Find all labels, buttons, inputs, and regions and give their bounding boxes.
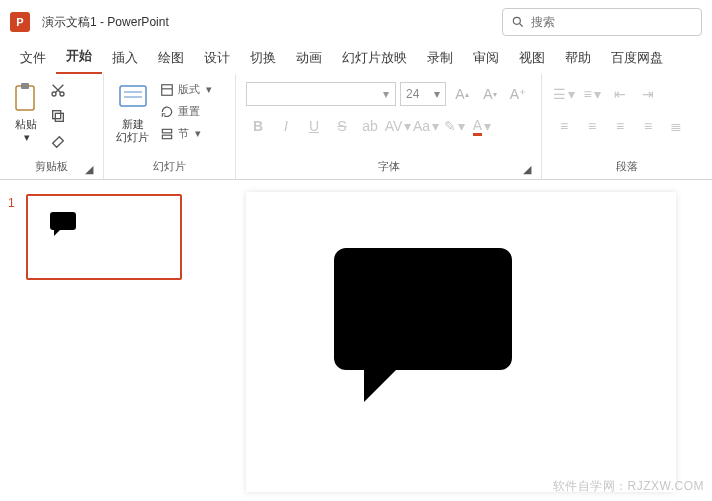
cut-button[interactable] [48,80,68,100]
ribbon: 粘贴▾ 剪贴板◢ 新建 幻灯片 版式▾ 重置 节▾ 幻灯片 [0,74,712,180]
bullets-button[interactable]: ☰▾ [552,82,576,106]
justify-button[interactable]: ≡ [636,114,660,138]
align-center-button[interactable]: ≡ [580,114,604,138]
font-name-combo[interactable]: ▾ [246,82,396,106]
group-font: ▾ 24▾ A▴ A▾ A⁺ B I U S ab AV▾ Aa▾ ✎▾ A▾ … [236,74,542,179]
tab-transition[interactable]: 切换 [240,44,286,74]
svg-rect-6 [55,113,63,121]
group-label-clipboard: 剪贴板◢ [8,157,95,177]
tab-draw[interactable]: 绘图 [148,44,194,74]
tab-slideshow[interactable]: 幻灯片放映 [332,44,417,74]
speech-bubble-shape[interactable] [334,248,512,370]
workspace: 1 [0,180,712,501]
distribute-icon: ≣ [670,118,682,134]
brush-icon [50,134,66,150]
font-size-combo[interactable]: 24▾ [400,82,446,106]
align-right-icon: ≡ [616,118,624,134]
tab-view[interactable]: 视图 [509,44,555,74]
align-right-button[interactable]: ≡ [608,114,632,138]
speech-bubble-tail [364,368,398,402]
align-left-icon: ≡ [560,118,568,134]
dialog-launcher-icon[interactable]: ◢ [83,163,95,175]
group-label-font: 字体◢ [244,157,533,177]
indent-icon: ⇥ [642,86,654,102]
increase-font-button[interactable]: A▴ [450,82,474,106]
new-slide-button[interactable]: 新建 幻灯片 [112,78,153,157]
strikethrough-button[interactable]: S [330,114,354,138]
svg-rect-3 [21,83,29,89]
bold-button[interactable]: B [246,114,270,138]
tab-baidu[interactable]: 百度网盘 [601,44,673,74]
clear-format-button[interactable]: A⁺ [506,82,530,106]
search-input[interactable] [531,15,693,29]
tab-insert[interactable]: 插入 [102,44,148,74]
titlebar: P 演示文稿1 - PowerPoint [0,0,712,44]
underline-button[interactable]: U [302,114,326,138]
layout-button[interactable]: 版式▾ [157,80,215,99]
svg-rect-7 [53,111,61,119]
chevron-down-icon: ▾ [24,131,30,143]
scissors-icon [50,82,66,98]
ribbon-tabs: 文件 开始 插入 绘图 设计 切换 动画 幻灯片放映 录制 审阅 视图 帮助 百… [0,44,712,74]
align-center-icon: ≡ [588,118,596,134]
layout-icon [160,83,174,97]
group-label-paragraph: 段落 [550,157,704,177]
search-icon [511,15,525,29]
group-paragraph: ☰▾ ≡▾ ⇤ ⇥ ≡ ≡ ≡ ≡ ≣ 段落 [542,74,712,179]
paste-button[interactable]: 粘贴▾ [8,78,44,157]
svg-rect-14 [162,135,171,139]
highlight-icon: ✎ [444,118,456,134]
italic-button[interactable]: I [274,114,298,138]
justify-icon: ≡ [644,118,652,134]
svg-rect-2 [16,86,34,110]
section-icon [160,127,174,141]
tab-home[interactable]: 开始 [56,42,102,74]
new-slide-label: 新建 幻灯片 [116,118,149,144]
tab-file[interactable]: 文件 [10,44,56,74]
indent-decrease-button[interactable]: ⇤ [608,82,632,106]
shadow-button[interactable]: ab [358,114,382,138]
tab-review[interactable]: 审阅 [463,44,509,74]
section-button[interactable]: 节▾ [157,124,215,143]
search-box[interactable] [502,8,702,36]
tab-record[interactable]: 录制 [417,44,463,74]
format-painter-button[interactable] [48,132,68,152]
copy-icon [50,108,66,124]
tab-animation[interactable]: 动画 [286,44,332,74]
eraser-icon: A⁺ [510,86,526,102]
copy-button[interactable] [48,106,68,126]
slide[interactable] [246,192,676,492]
thumbnail-panel[interactable]: 1 [0,180,210,501]
tab-help[interactable]: 帮助 [555,44,601,74]
numbering-icon: ≡ [583,86,591,102]
new-slide-icon [118,84,148,112]
slide-thumbnail-1[interactable] [26,194,182,280]
svg-point-0 [513,17,520,24]
watermark: 软件自学网：RJZXW.COM [553,478,705,495]
change-case-button[interactable]: Aa▾ [414,114,438,138]
indent-increase-button[interactable]: ⇥ [636,82,660,106]
decrease-font-button[interactable]: A▾ [478,82,502,106]
group-slides: 新建 幻灯片 版式▾ 重置 节▾ 幻灯片 [104,74,236,179]
spacing-button[interactable]: AV▾ [386,114,410,138]
svg-rect-11 [162,84,173,95]
reset-button[interactable]: 重置 [157,102,215,121]
thumbnail-shape [50,212,76,230]
group-clipboard: 粘贴▾ 剪贴板◢ [0,74,104,179]
distribute-button[interactable]: ≣ [664,114,688,138]
group-label-slides: 幻灯片 [112,157,227,177]
outdent-icon: ⇤ [614,86,626,102]
align-left-button[interactable]: ≡ [552,114,576,138]
svg-rect-8 [120,86,146,106]
dialog-launcher-icon[interactable]: ◢ [521,163,533,175]
highlight-button[interactable]: ✎▾ [442,114,466,138]
paste-icon [12,82,40,114]
font-color-button[interactable]: A▾ [470,114,494,138]
document-title: 演示文稿1 - PowerPoint [42,14,169,31]
slide-canvas-area[interactable] [210,180,712,501]
app-icon: P [10,12,30,32]
numbering-button[interactable]: ≡▾ [580,82,604,106]
svg-rect-13 [162,129,171,133]
tab-design[interactable]: 设计 [194,44,240,74]
svg-line-1 [520,24,523,27]
